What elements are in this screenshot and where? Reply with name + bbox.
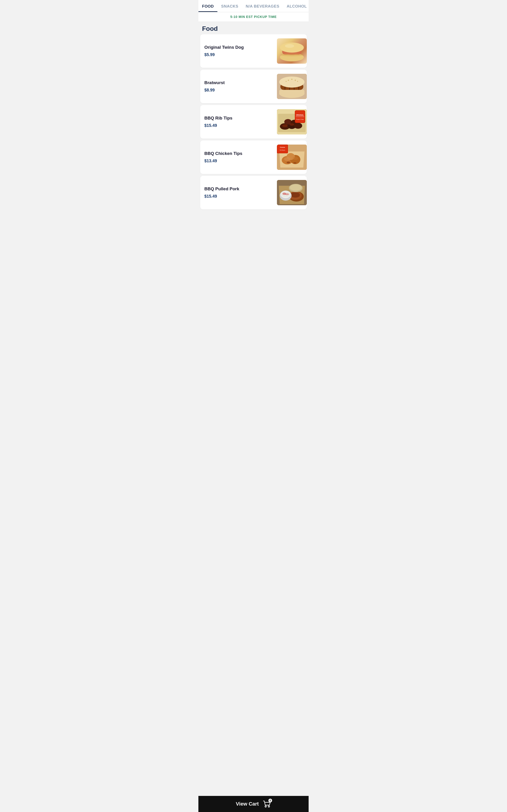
- item-image-bratwurst: [277, 74, 307, 99]
- item-price-bbq-chicken-tips: $13.49: [204, 159, 274, 163]
- bottom-bar: View Cart 0: [199, 796, 308, 812]
- svg-point-16: [279, 77, 304, 88]
- item-price-bbq-rib-tips: $15.49: [204, 123, 274, 128]
- item-image-bbq-chicken-tips: Cholula Hot Sauce: [277, 145, 307, 170]
- svg-point-64: [265, 806, 266, 807]
- svg-rect-46: [277, 145, 287, 153]
- tab-alcohol[interactable]: ALCOHOL: [283, 0, 308, 12]
- svg-point-19: [295, 80, 296, 81]
- svg-point-18: [291, 79, 292, 80]
- tab-navigation: FOOD SNACKS N/A BEVERAGES ALCOHOL: [199, 0, 308, 12]
- menu-item-info: Original Twins Dog $5.99: [204, 45, 277, 57]
- item-price-bbq-pulled-pork: $15.49: [204, 194, 274, 199]
- svg-point-63: [290, 184, 302, 191]
- menu-item-bbq-chicken-tips[interactable]: BBQ Chicken Tips $13.49: [200, 141, 307, 174]
- svg-point-30: [290, 123, 294, 126]
- view-cart-label[interactable]: View Cart: [236, 801, 259, 807]
- menu-item-info-ribs: BBQ Rib Tips $15.49: [204, 116, 277, 128]
- menu-item-bbq-pulled-pork[interactable]: BBQ Pulled Pork $15.49: [200, 176, 307, 209]
- tab-beverages[interactable]: N/A BEVERAGES: [242, 0, 283, 12]
- svg-text:Hot Sauce: Hot Sauce: [280, 149, 285, 151]
- menu-item-info-chicken: BBQ Chicken Tips $13.49: [204, 151, 277, 163]
- item-name-bratwurst: Bratwurst: [204, 80, 274, 86]
- svg-point-17: [288, 80, 289, 81]
- tab-snacks[interactable]: SNACKS: [217, 0, 242, 12]
- menu-list: Original Twins Dog $5.99 Br: [199, 34, 308, 211]
- svg-rect-34: [296, 116, 304, 117]
- svg-text:ORIGINAL: ORIGINAL: [296, 114, 304, 116]
- item-image-twins-dog: [277, 38, 307, 64]
- menu-item-bratwurst[interactable]: Bratwurst $8.99: [200, 70, 307, 103]
- svg-point-21: [297, 81, 298, 82]
- pickup-time-text: 5-10 MIN EST PICKUP TIME: [230, 15, 277, 18]
- item-name-bbq-rib-tips: BBQ Rib Tips: [204, 116, 274, 121]
- svg-point-5: [285, 44, 294, 48]
- cart-icon-wrapper[interactable]: 0: [263, 800, 271, 808]
- svg-point-43: [287, 162, 290, 163]
- svg-point-65: [268, 806, 270, 807]
- svg-point-42: [292, 157, 298, 160]
- item-price-bratwurst: $8.99: [204, 88, 274, 93]
- menu-item-twins-dog[interactable]: Original Twins Dog $5.99: [200, 34, 307, 68]
- svg-point-6: [280, 54, 303, 56]
- menu-item-info-pork: BBQ Pulled Pork $15.49: [204, 187, 277, 199]
- svg-text:Potato Chips: Potato Chips: [296, 118, 304, 120]
- svg-text:Cholula: Cholula: [280, 147, 285, 148]
- svg-point-61: [285, 193, 289, 195]
- menu-item-bbq-rib-tips[interactable]: BBQ Rib Tips $15.49 ORIGI: [200, 105, 307, 139]
- item-name-bbq-pulled-pork: BBQ Pulled Pork: [204, 187, 274, 192]
- item-price-twins-dog: $5.99: [204, 52, 274, 57]
- item-name-bbq-chicken-tips: BBQ Chicken Tips: [204, 151, 274, 156]
- item-name-twins-dog: Original Twins Dog: [204, 45, 274, 50]
- svg-point-4: [280, 43, 304, 53]
- cart-badge: 0: [269, 799, 272, 802]
- tab-food[interactable]: FOOD: [199, 0, 217, 12]
- svg-rect-9: [279, 90, 304, 95]
- svg-point-41: [284, 157, 290, 161]
- item-image-bbq-pulled-pork: [277, 180, 307, 205]
- section-title: Food: [199, 21, 308, 34]
- pickup-time-banner: 5-10 MIN EST PICKUP TIME: [199, 12, 308, 21]
- svg-point-20: [286, 81, 287, 82]
- svg-point-44: [293, 162, 296, 164]
- svg-point-29: [282, 124, 288, 127]
- item-image-bbq-rib-tips: ORIGINAL Potato Chips: [277, 109, 307, 135]
- menu-item-info-brat: Bratwurst $8.99: [204, 80, 277, 93]
